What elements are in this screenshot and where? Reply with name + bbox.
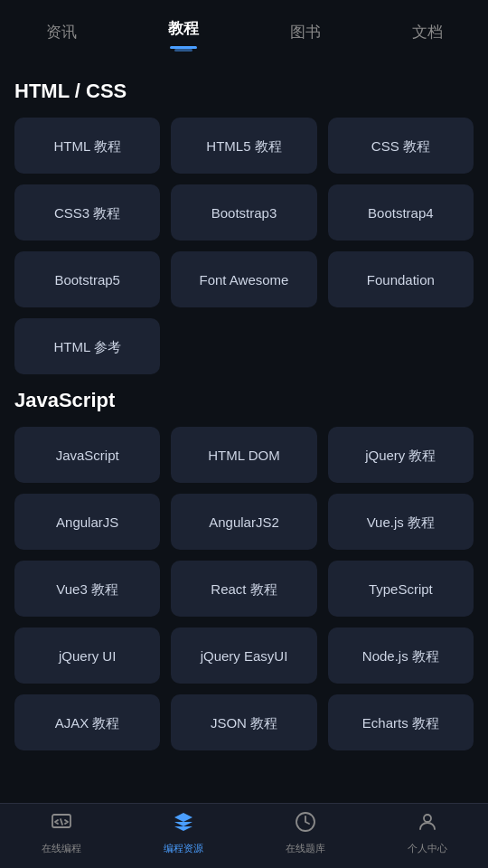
svg-line-1 bbox=[61, 819, 62, 825]
card-bootstrap3[interactable]: Bootstrap3 bbox=[171, 184, 316, 241]
resources-icon bbox=[173, 811, 194, 838]
card-bootstrap5[interactable]: Bootstrap5 bbox=[14, 251, 160, 307]
card-vuejs[interactable]: Vue.js 教程 bbox=[328, 494, 474, 550]
card-bootstrap4[interactable]: Bootstrap4 bbox=[328, 184, 474, 241]
bottom-nav-label-profile: 个人中心 bbox=[408, 842, 447, 855]
top-nav: 资讯教程图书文档 bbox=[0, 0, 488, 58]
nav-item-news[interactable]: 资讯 bbox=[37, 18, 86, 46]
card-vue3[interactable]: Vue3 教程 bbox=[14, 561, 160, 617]
card-html[interactable]: HTML 教程 bbox=[14, 118, 160, 174]
card-jqueryeasyui[interactable]: jQuery EasyUI bbox=[171, 627, 316, 684]
bottom-nav-label-coding: 在线编程 bbox=[42, 842, 81, 855]
card-htmldom[interactable]: HTML DOM bbox=[171, 427, 316, 483]
card-react[interactable]: React 教程 bbox=[171, 561, 316, 617]
section-title-html-css: HTML / CSS bbox=[14, 80, 474, 103]
card-angularjs2[interactable]: AngularJS2 bbox=[171, 494, 316, 550]
bottom-nav-profile[interactable]: 个人中心 bbox=[366, 811, 488, 855]
card-jquery[interactable]: jQuery 教程 bbox=[328, 427, 474, 483]
card-ajax[interactable]: AJAX 教程 bbox=[14, 694, 160, 750]
problems-icon bbox=[295, 811, 316, 838]
svg-point-3 bbox=[424, 815, 431, 822]
main-content: HTML / CSSHTML 教程HTML5 教程CSS 教程CSS3 教程Bo… bbox=[0, 58, 488, 803]
coding-icon bbox=[51, 811, 72, 838]
card-html5[interactable]: HTML5 教程 bbox=[171, 118, 316, 174]
card-echarts[interactable]: Echarts 教程 bbox=[328, 694, 474, 750]
nav-label: 教程 bbox=[159, 14, 208, 42]
card-nodejs[interactable]: Node.js 教程 bbox=[328, 627, 474, 684]
card-angularjs[interactable]: AngularJS bbox=[14, 494, 160, 550]
bottom-nav-resources[interactable]: 编程资源 bbox=[122, 811, 244, 855]
nav-item-docs[interactable]: 文档 bbox=[403, 18, 452, 46]
card-js[interactable]: JavaScript bbox=[14, 427, 160, 483]
section-title-javascript: JavaScript bbox=[14, 389, 474, 412]
bottom-nav-label-problems: 在线题库 bbox=[286, 842, 325, 855]
card-foundation[interactable]: Foundation bbox=[328, 251, 474, 307]
card-grid-javascript: JavaScriptHTML DOMjQuery 教程AngularJSAngu… bbox=[14, 427, 474, 750]
bottom-nav-coding[interactable]: 在线编程 bbox=[0, 811, 122, 855]
nav-item-books[interactable]: 图书 bbox=[281, 18, 330, 46]
nav-item-tutorial[interactable]: 教程 bbox=[159, 14, 208, 49]
card-json[interactable]: JSON 教程 bbox=[171, 694, 316, 750]
profile-icon bbox=[417, 811, 438, 838]
card-fontawesome[interactable]: Font Awesome bbox=[171, 251, 316, 307]
card-jqueryui[interactable]: jQuery UI bbox=[14, 627, 160, 684]
card-css[interactable]: CSS 教程 bbox=[328, 118, 474, 174]
card-typescript[interactable]: TypeScript bbox=[328, 561, 474, 617]
bottom-nav-problems[interactable]: 在线题库 bbox=[244, 811, 366, 855]
card-css3[interactable]: CSS3 教程 bbox=[14, 184, 160, 241]
card-grid-html-css: HTML 教程HTML5 教程CSS 教程CSS3 教程Bootstrap3Bo… bbox=[14, 118, 474, 374]
bottom-nav-label-resources: 编程资源 bbox=[164, 842, 203, 855]
card-htmlref[interactable]: HTML 参考 bbox=[14, 318, 160, 374]
bottom-nav: 在线编程编程资源在线题库个人中心 bbox=[0, 803, 488, 868]
